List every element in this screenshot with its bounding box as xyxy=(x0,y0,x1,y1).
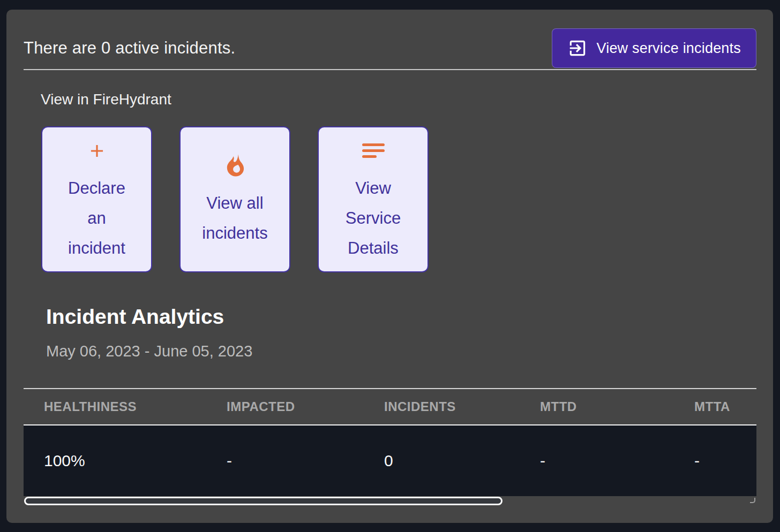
table-row: 100% - 0 - - xyxy=(24,425,756,496)
exit-to-app-icon xyxy=(567,38,588,58)
column-header-impacted: IMPACTED xyxy=(227,399,384,414)
column-header-healthiness: HEALTHINESS xyxy=(44,399,227,414)
fire-icon xyxy=(225,151,245,181)
analytics-table-header: HEALTHINESS IMPACTED INCIDENTS MTTD MTTA xyxy=(24,389,756,424)
incident-analytics-title: Incident Analytics xyxy=(46,305,756,329)
screen-background: There are 0 active incidents. View servi… xyxy=(0,0,780,532)
view-in-firehydrant-title: View in FireHydrant xyxy=(41,91,756,108)
view-service-incidents-label: View service incidents xyxy=(596,40,741,57)
declare-incident-card[interactable]: Declare an incident xyxy=(41,126,152,272)
declare-incident-label: Declare an incident xyxy=(68,173,125,263)
column-header-incidents: INCIDENTS xyxy=(384,399,540,414)
view-service-incidents-button[interactable]: View service incidents xyxy=(552,28,756,68)
horizontal-scrollbar-track[interactable] xyxy=(24,497,756,506)
firehydrant-plugin-card: There are 0 active incidents. View servi… xyxy=(6,10,773,523)
impacted-value: - xyxy=(227,452,384,470)
view-all-incidents-card[interactable]: View all incidents xyxy=(179,126,290,272)
incidents-header: There are 0 active incidents. View servi… xyxy=(24,28,756,68)
firehydrant-action-cards: Declare an incident View all incidents xyxy=(41,126,756,272)
analytics-date-range: May 06, 2023 - June 05, 2023 xyxy=(46,343,756,360)
view-service-details-label: View Service Details xyxy=(346,173,401,263)
analytics-table: HEALTHINESS IMPACTED INCIDENTS MTTD MTTA… xyxy=(24,388,756,506)
mttd-value: - xyxy=(540,452,694,470)
view-all-incidents-label: View all incidents xyxy=(202,188,267,248)
plus-icon xyxy=(87,136,107,166)
text-lines-icon xyxy=(362,136,385,166)
healthiness-value: 100% xyxy=(44,452,227,470)
active-incidents-text: There are 0 active incidents. xyxy=(24,39,235,58)
horizontal-scrollbar-thumb[interactable] xyxy=(24,497,502,505)
column-header-mtta: MTTA xyxy=(694,399,756,414)
column-header-mttd: MTTD xyxy=(540,399,694,414)
resize-corner-icon xyxy=(750,498,755,503)
mtta-value: - xyxy=(694,452,756,470)
incidents-value: 0 xyxy=(384,452,540,470)
view-service-details-card[interactable]: View Service Details xyxy=(318,126,429,272)
header-divider xyxy=(24,69,756,70)
